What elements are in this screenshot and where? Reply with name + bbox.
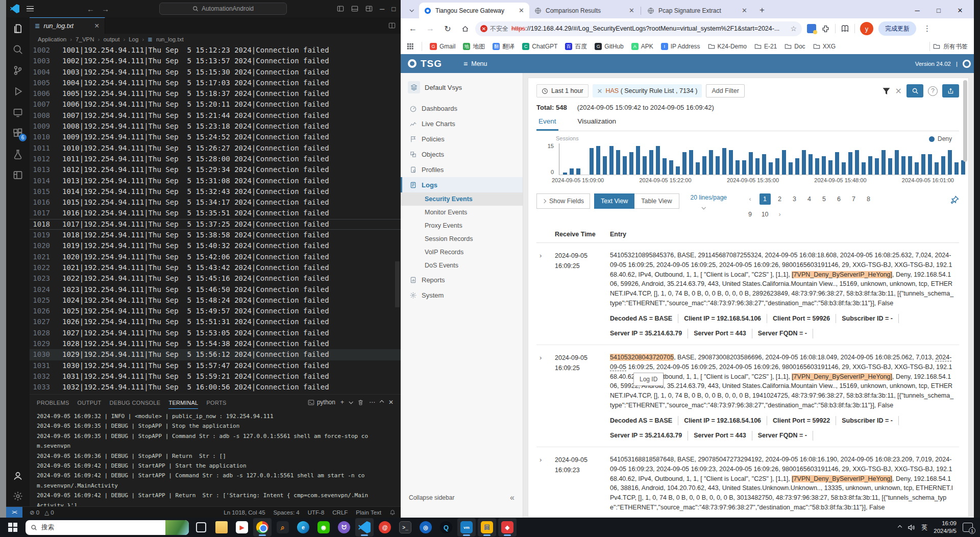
page-2[interactable]: 2 [774, 193, 786, 205]
shell-selector[interactable]: python [308, 399, 335, 406]
eol-type[interactable]: CRLF [332, 509, 348, 516]
indentation[interactable]: Spaces: 4 [274, 509, 300, 516]
search-app-icon[interactable]: ⌕ [274, 518, 292, 536]
bookmark-item[interactable]: GGitHub [595, 43, 623, 50]
customize-layout-icon[interactable] [365, 5, 373, 12]
code-line[interactable]: 10261025|192.254.94.111|Thu Sep 5 15:49:… [30, 306, 401, 316]
bookmark-item[interactable]: 翻翻译 [493, 42, 514, 51]
browser-tab-1[interactable]: Tiangou Secure Gateway✕ [419, 3, 529, 18]
layout-grid-icon[interactable] [12, 169, 24, 181]
lines-per-page-select[interactable]: 20 lines/page [691, 193, 727, 211]
tsg-menu-button[interactable]: ≡Menu [463, 60, 487, 68]
sidebar-item-dashboards[interactable]: Dashboards [401, 101, 523, 116]
language-mode[interactable]: Plain Text [356, 509, 381, 516]
show-fields-button[interactable]: Show Fields [536, 193, 590, 209]
volume-icon[interactable] [908, 524, 915, 531]
page-prev-icon[interactable]: ‹ [745, 193, 756, 205]
testing-icon[interactable] [12, 148, 24, 160]
breadcrumb-item[interactable]: Application [38, 36, 66, 42]
browser-tab-3[interactable]: Pcap Signature Extract✕ [642, 3, 752, 18]
panel-tab-debug-console[interactable]: DEBUG CONSOLE [110, 396, 161, 408]
panel-tab-problems[interactable]: PROBLEMS [37, 396, 69, 408]
forward-button[interactable]: → [423, 21, 437, 36]
notifications-bell-icon[interactable] [389, 509, 396, 516]
sidebar-item-voip-records[interactable]: VoIP Records [401, 246, 523, 259]
home-button[interactable] [458, 21, 472, 36]
page-4[interactable]: 4 [804, 193, 815, 205]
more-actions-icon[interactable]: ⋯ [369, 399, 375, 406]
editor-scrollbar[interactable] [395, 45, 400, 394]
sidebar-item-live-charts[interactable]: Live Charts [401, 116, 523, 131]
notification-center-icon[interactable]: 1 [963, 523, 973, 532]
expand-row-icon[interactable]: › [536, 251, 555, 338]
code-line[interactable]: 10121011|192.254.94.111|Thu Sep 5 15:28:… [30, 154, 401, 164]
window-maximize-button[interactable]: □ [391, 5, 396, 13]
code-line[interactable]: 10171016|192.254.94.111|Thu Sep 5 15:35:… [30, 208, 401, 218]
bookmark-item[interactable]: 地地图 [463, 42, 485, 51]
terminal-output[interactable]: 2024-09-05 16:09:32 | INFO | <module> | … [30, 410, 401, 506]
input-language[interactable]: 英 [921, 523, 927, 532]
code-line[interactable]: 10271026|192.254.94.111|Thu Sep 5 15:51:… [30, 316, 401, 327]
code-line[interactable]: 10111010|192.254.94.111|Thu Sep 5 15:26:… [30, 143, 401, 154]
window-minimize-button[interactable]: ─ [380, 5, 384, 13]
search-submit-button[interactable] [906, 84, 923, 97]
address-bar[interactable]: ✕ 不安全 https://192.168.44.29/#/Log_Securi… [475, 21, 802, 36]
close-tab-icon[interactable]: ✕ [94, 22, 100, 30]
bookmark-item[interactable]: 百百度 [565, 42, 587, 51]
breadcrumb-item[interactable]: output [103, 36, 119, 42]
code-line[interactable]: 10221021|192.254.94.111|Thu Sep 5 15:43:… [30, 262, 401, 273]
bookmark-item[interactable]: CChatGPT [522, 43, 557, 50]
breadcrumb-item[interactable]: Log [129, 36, 138, 42]
close-tab-icon[interactable]: ✕ [742, 7, 747, 14]
entry-cell[interactable]: 541053208043720705, BASE, 29087300820358… [610, 353, 959, 441]
sidebar-item-system[interactable]: System [401, 287, 523, 303]
page-next-icon[interactable]: › [774, 209, 786, 220]
tsg-user-icon[interactable] [963, 60, 971, 68]
rule-filter-chip[interactable]: ✕ HAS ( Security Rule List , 7134 ) [593, 84, 702, 97]
code-line[interactable]: 10151014|192.254.94.111|Thu Sep 5 15:32:… [30, 186, 401, 197]
history-forward-button[interactable]: → [102, 5, 109, 13]
page-5[interactable]: 5 [819, 193, 830, 205]
bookmark-item[interactable]: XXG [813, 43, 836, 50]
code-line[interactable]: 10191018|192.254.94.111|Thu Sep 5 15:38:… [30, 230, 401, 240]
chrome-icon[interactable] [253, 518, 272, 536]
yellow-app-icon[interactable]: 回 [478, 518, 496, 536]
taskbar-search[interactable]: 搜索 [26, 520, 189, 535]
terminal-app-icon[interactable]: >_ [396, 518, 414, 536]
breadcrumb-item[interactable]: run_log.txt [156, 36, 184, 42]
file-explorer-icon[interactable] [212, 518, 231, 536]
expand-row-icon[interactable]: › [536, 455, 555, 518]
page-6[interactable]: 6 [834, 193, 845, 205]
code-line[interactable]: 10201019|192.254.94.111|Thu Sep 5 15:40:… [30, 240, 401, 251]
red-diamond-app-icon[interactable]: ◈ [498, 518, 517, 536]
sidebar-item-monitor-events[interactable]: Monitor Events [401, 206, 523, 219]
profile-avatar[interactable]: y [860, 22, 873, 35]
code-line[interactable]: 10291028|192.254.94.111|Thu Sep 5 15:54:… [30, 338, 401, 349]
source-control-icon[interactable] [12, 64, 24, 77]
code-line[interactable]: 10141013|192.254.94.111|Thu Sep 5 15:31:… [30, 176, 401, 186]
export-button[interactable] [942, 84, 959, 97]
bookmark-item[interactable]: GGmail [430, 43, 455, 50]
entry-cell[interactable]: 541053168818587648, BASE, 29078504727329… [610, 455, 959, 518]
code-line[interactable]: 10251024|192.254.94.111|Thu Sep 5 15:48:… [30, 295, 401, 306]
browser-menu-icon[interactable]: ⋮ [921, 24, 933, 33]
tab-event[interactable]: Event [536, 117, 558, 131]
sidebar-item-profiles[interactable]: Profiles [401, 162, 523, 177]
toggle-panel-left-icon[interactable] [337, 5, 344, 12]
all-bookmarks-button[interactable]: 所有书签 [943, 42, 968, 51]
code-line[interactable]: 10301029|192.254.94.111|Thu Sep 5 15:56:… [30, 349, 401, 360]
finish-update-button[interactable]: 完成更新 [878, 21, 916, 36]
close-tab-icon[interactable]: ✕ [629, 7, 634, 14]
clear-filter-icon[interactable]: ✕ [895, 86, 902, 96]
vscode-icon[interactable] [355, 518, 374, 536]
breadcrumb-item[interactable]: 7_VPN [76, 36, 94, 42]
text-view-button[interactable]: Text View [594, 193, 634, 209]
pin-icon[interactable] [950, 193, 959, 204]
code-line[interactable]: 10321031|192.254.94.111|Thu Sep 5 15:59:… [30, 371, 401, 382]
remove-filter-icon[interactable]: ✕ [597, 87, 603, 95]
edge-icon[interactable]: e [294, 518, 312, 536]
browser-maximize-button[interactable]: □ [928, 3, 949, 18]
sidebar-item-reports[interactable]: Reports [401, 272, 523, 287]
reading-list-icon[interactable] [841, 25, 849, 33]
history-back-button[interactable]: ← [87, 5, 94, 13]
